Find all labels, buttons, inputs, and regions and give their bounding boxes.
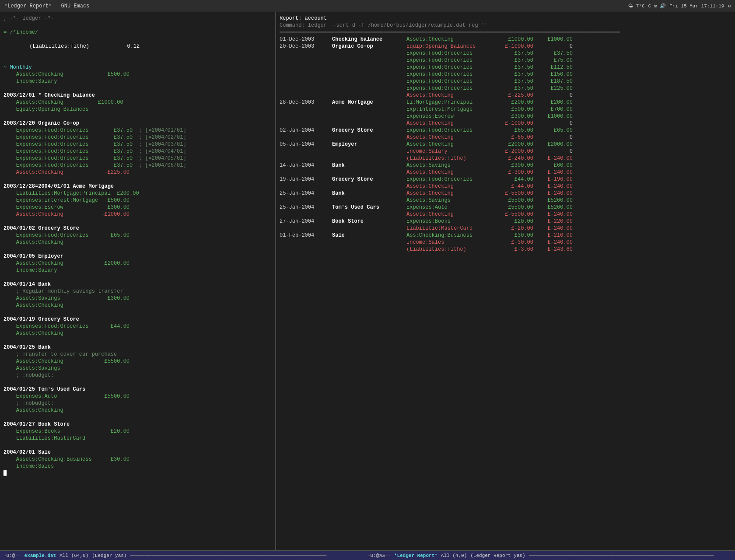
report-row-3-3: Assets:Checking £-1000.00 0 bbox=[280, 120, 732, 127]
report-divider: ════════════════════════════════════════… bbox=[280, 29, 732, 36]
right-position: All (4,0) bbox=[441, 553, 467, 558]
right-pane[interactable]: Report: account Command: ledger --sort d… bbox=[276, 12, 735, 550]
assets-checking-periodic: Assets:Checking £500.00 bbox=[4, 71, 272, 78]
report-row-2-7: Assets:Checking £-225.00 0 bbox=[280, 92, 732, 99]
report-row-5-1: Income:Salary £-2000.00 0 bbox=[280, 148, 732, 155]
report-row-7-1: Assets:Checking £-44.00 £-240.00 bbox=[280, 183, 732, 190]
report-row-5-header: 05-Jan-2004 Employer Assets:Checking £20… bbox=[280, 141, 732, 148]
report-row-2-1: Expens:Food:Groceries £37.50 £37.50 bbox=[280, 50, 732, 57]
txn-20031201-checking: Assets:Checking £1000.00 bbox=[4, 99, 272, 106]
weather-info: 🌤 7°C bbox=[628, 3, 644, 9]
txn-20040114-savings: Assets:Savings £300.00 bbox=[4, 295, 272, 302]
txn-20040119-checking: Assets:Checking bbox=[4, 330, 272, 337]
txn-20040125-nobudget: ; :nobudget: bbox=[4, 372, 272, 379]
report-row-11-header: 01-Feb-2004 Sale Ass:Checking:Business £… bbox=[280, 232, 732, 239]
left-filename: example.dat bbox=[24, 553, 56, 558]
report-row-4-header: 02-Jan-2004 Grocery Store Expens:Food:Gr… bbox=[280, 127, 732, 134]
txn-20031220-groceries3: Expenses:Food:Groceries £37.50 ; [=2004/… bbox=[4, 141, 272, 148]
titlebar-right: 🌤 7°C C ✉ 🔊 Fri 15 Mar 17:11:19 ⚙ bbox=[628, 3, 731, 9]
txn-20040102-groceries: Expenses:Food:Groceries £65.00 bbox=[4, 232, 272, 239]
txn-20040105-checking: Assets:Checking £2000.00 bbox=[4, 260, 272, 267]
report-row-9-1: Assets:Checking £-5500.00 £-240.00 bbox=[280, 211, 732, 218]
right-filename: *Ledger Report* bbox=[394, 553, 438, 558]
txn-20031228-mortgage: Liabilities:Mortgage:Principal £200.00 bbox=[4, 190, 272, 197]
income-folder: = /*Income/ bbox=[4, 29, 272, 36]
report-row-3-1: Exp:Interest:Mortgage £500.00 £700.00 bbox=[280, 106, 732, 113]
blank12 bbox=[4, 442, 272, 449]
txn-20040102: 2004/01/02 Grocery Store bbox=[4, 225, 272, 232]
txn-20040125-savings: Assets:Savings bbox=[4, 365, 272, 372]
txn-20040127: 2004/01/27 Book Store bbox=[4, 421, 272, 428]
blank7 bbox=[4, 274, 272, 281]
left-mode2: (Ledger yas) bbox=[92, 553, 126, 558]
txn-20031220-groceries4: Expenses:Food:Groceries £37.50 ; [=2004/… bbox=[4, 148, 272, 155]
txn-20031201-equity: Equity:Opening Balances bbox=[4, 106, 272, 113]
left-pane[interactable]: ; -*- ledger -*- = /*Income/ (Liabilitie… bbox=[0, 12, 276, 550]
left-position: All (64,0) bbox=[60, 553, 88, 558]
txn-20040125-checking: Assets:Checking £5500.00 bbox=[4, 358, 272, 365]
left-dashes: ────────────────────────────────────────… bbox=[130, 553, 326, 558]
monthly-periodic: ~ Monthly bbox=[4, 64, 272, 71]
blank9 bbox=[4, 337, 272, 344]
txn-20040201: 2004/02/01 Sale bbox=[4, 449, 272, 456]
txn-20031228-interest: Expenses:Interest:Mortgage £500.00 bbox=[4, 197, 272, 204]
report-row-8-1: Assets:Savings £5500.00 £5260.00 bbox=[280, 197, 732, 204]
txn-20040102-checking: Assets:Checking bbox=[4, 239, 272, 246]
txn-20040105-salary: Income:Salary bbox=[4, 267, 272, 274]
txn-20031220-groceries6: Expenses:Food:Groceries £37.50 ; [=2004/… bbox=[4, 162, 272, 169]
right-dashes: ────────────────────────────────────────… bbox=[529, 553, 714, 558]
report-row-11-1: Income:Sales £-30.00 £-240.00 bbox=[280, 239, 732, 246]
txn-20040125-cars: 2004/01/25 Tom's Used Cars bbox=[4, 386, 272, 393]
txn-20040114: 2004/01/14 Bank bbox=[4, 281, 272, 288]
report-row-2-6: Expens:Food:Groceries £37.50 £225.00 bbox=[280, 85, 732, 92]
txn-20031220-groceries2: Expenses:Food:Groceries £37.50 ; [=2004/… bbox=[4, 134, 272, 141]
report-row-3-header: 28-Dec-2003 Acme Mortgage Li:Mortgage:Pr… bbox=[280, 99, 732, 106]
report-row-4-1: Assets:Checking £-65.00 0 bbox=[280, 134, 732, 141]
left-header-comment: ; -*- ledger -*- bbox=[4, 15, 272, 22]
txn-20031220-groceries5: Expenses:Food:Groceries £37.50 ; [=2004/… bbox=[4, 155, 272, 162]
txn-20040125-bank: 2004/01/25 Bank bbox=[4, 344, 272, 351]
txn-20031220-groceries1: Expenses:Food:Groceries £37.50 ; [=2004/… bbox=[4, 127, 272, 134]
left-mode: -U:@-- bbox=[4, 553, 21, 558]
txn-20040201-sales: Income:Sales bbox=[4, 463, 272, 470]
report-row-2-5: Expens:Food:Groceries £37.50 £187.50 bbox=[280, 78, 732, 85]
report-row-10-1: Liabilitie:MasterCard £-20.00 £-240.00 bbox=[280, 225, 732, 232]
report-row-6-1: Assets:Checking £-300.00 £-240.00 bbox=[280, 169, 732, 176]
txn-20031220-checking: Assets:Checking -£225.00 bbox=[4, 169, 272, 176]
blank bbox=[4, 57, 272, 64]
titlebar: *Ledger Report* - GNU Emacs 🌤 7°C C ✉ 🔊 … bbox=[0, 0, 735, 12]
blank11 bbox=[4, 414, 272, 421]
report-row-1: 01-Dec-2003 Checking balance Assets:Chec… bbox=[280, 36, 732, 43]
txn-20040125-auto: Expenses:Auto £5500.00 bbox=[4, 393, 272, 400]
blank10 bbox=[4, 379, 272, 386]
report-row-7-header: 19-Jan-2004 Grocery Store Expens:Food:Gr… bbox=[280, 176, 732, 183]
income-salary-periodic: Income:Salary bbox=[4, 78, 272, 85]
main-container: ; -*- ledger -*- = /*Income/ (Liabilitie… bbox=[0, 12, 735, 550]
right-mode2: (Ledger Report yas) bbox=[470, 553, 525, 558]
txn-20040114-checking: Assets:Checking bbox=[4, 302, 272, 309]
txn-20031228-checking: Assets:Checking -£1000.00 bbox=[4, 211, 272, 218]
report-header: Report: account bbox=[280, 15, 732, 22]
statusbar: -U:@-- example.dat All (64,0) (Ledger ya… bbox=[0, 550, 735, 560]
cursor-line: █ bbox=[4, 470, 272, 477]
system-icons: C ✉ 🔊 bbox=[648, 3, 666, 9]
report-row-6-header: 14-Jan-2004 Bank Assets:Savings £300.00 … bbox=[280, 162, 732, 169]
txn-20031220: 2003/12/20 Organic Co-op bbox=[4, 120, 272, 127]
right-mode: -U:@%%-- bbox=[368, 553, 391, 558]
clock: Fri 15 Mar 17:11:19 bbox=[669, 4, 724, 9]
txn-20040125-bank-comment: ; Transfer to cover car purchase bbox=[4, 351, 272, 358]
report-row-9-header: 25-Jan-2004 Tom's Used Cars Expenses:Aut… bbox=[280, 204, 732, 211]
report-command: Command: ledger --sort d -f /home/borbus… bbox=[280, 22, 732, 29]
blank8 bbox=[4, 309, 272, 316]
txn-20040125-cars-nobudget: ; :nobudget: bbox=[4, 400, 272, 407]
statusbar-left: -U:@-- example.dat All (64,0) (Ledger ya… bbox=[4, 553, 368, 558]
report-row-8-header: 25-Jan-2004 Bank Assets:Checking £-5500.… bbox=[280, 190, 732, 197]
report-row-11-2: (Liabilities:Tithe) £-3.60 £-243.60 bbox=[280, 246, 732, 253]
report-row-10-header: 27-Jan-2004 Book Store Expenses:Books £2… bbox=[280, 218, 732, 225]
settings-icon[interactable]: ⚙ bbox=[728, 3, 731, 9]
report-row-5-2: (Liabilities:Tithe) £-240.00 £-240.00 bbox=[280, 155, 732, 162]
report-row-3-2: Expenses:Escrow £300.00 £1000.00 bbox=[280, 113, 732, 120]
left-blank-1 bbox=[4, 22, 272, 29]
blank2 bbox=[4, 85, 272, 92]
blank3 bbox=[4, 113, 272, 120]
